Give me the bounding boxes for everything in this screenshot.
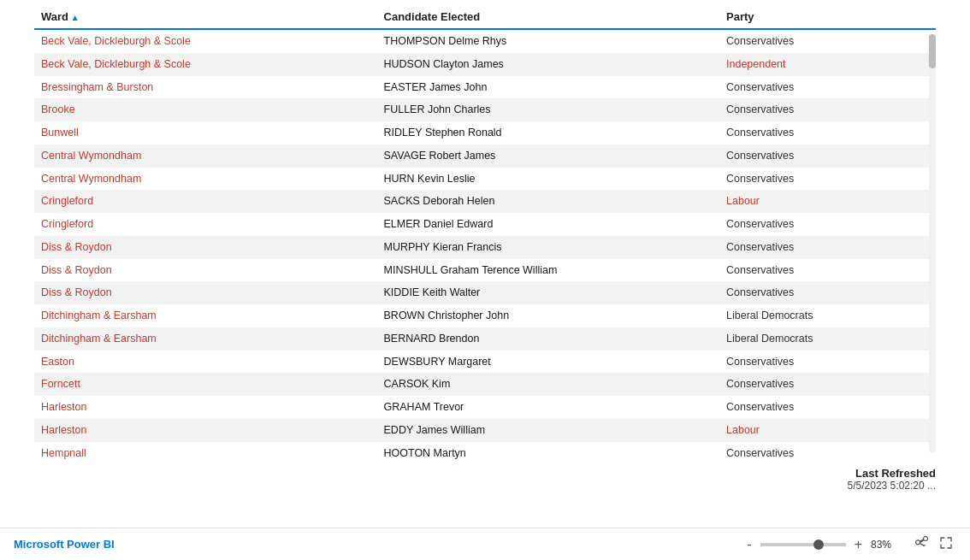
bottom-icons [912,533,956,557]
party-cell: Conservatives [719,213,936,236]
ward-cell: Diss & Roydon [34,236,377,259]
candidate-cell: SAVAGE Robert James [377,144,720,168]
candidate-cell: THOMPSON Delme Rhys [377,29,720,53]
table-row: ForncettCARSOK KimConservatives [34,373,936,396]
ward-cell: Beck Vale, Dickleburgh & Scole [34,53,377,76]
candidate-cell: EDDY James William [377,419,720,442]
candidate-cell: BERNARD Brendon [377,327,720,351]
party-cell: Conservatives [719,281,936,304]
scrollbar[interactable] [929,34,936,453]
ward-cell: Easton [34,351,377,374]
party-cell: Conservatives [719,29,936,53]
ward-cell: Cringleford [34,190,377,213]
party-cell: Conservatives [719,396,936,419]
party-cell: Conservatives [719,373,936,396]
candidate-column-header[interactable]: Candidate Elected [377,7,720,29]
table-row: Central WymondhamHURN Kevin LeslieConser… [34,168,936,191]
candidate-cell: KIDDIE Keith Walter [377,281,720,304]
table-row: CringlefordELMER Daniel EdwardConservati… [34,213,936,236]
party-cell: Independent [719,53,936,76]
candidate-cell: FULLER John Charles [377,98,720,121]
party-cell: Conservatives [719,259,936,282]
table-row: BrookeFULLER John CharlesConservatives [34,98,936,121]
table-row: Diss & RoydonMINSHULL Graham Terence Wil… [34,259,936,282]
candidate-cell: HUDSON Clayton James [377,53,720,76]
party-cell: Liberal Democrats [719,327,936,351]
party-cell: Conservatives [719,168,936,191]
ward-column-header[interactable]: Ward [34,7,377,29]
powerbi-link[interactable]: Microsoft Power BI [14,538,115,551]
fullscreen-icon-button[interactable] [936,533,956,557]
ward-cell: Hempnall [34,442,377,461]
zoom-control: - + 83% [743,537,898,552]
candidate-cell: MURPHY Kieran Francis [377,236,720,259]
ward-cell: Cringleford [34,213,377,236]
table-row: CringlefordSACKS Deborah HelenLabour [34,190,936,213]
party-cell: Conservatives [719,236,936,259]
table-container[interactable]: Ward Candidate Elected Party Beck Vale, … [34,7,936,460]
table-row: Ditchingham & EarshamBROWN Christopher J… [34,304,936,327]
candidate-cell: DEWSBURY Margaret [377,351,720,374]
zoom-percent: 83% [871,539,898,551]
party-cell: Labour [719,419,936,442]
zoom-plus-button[interactable]: + [851,537,866,552]
candidate-cell: HOOTON Martyn [377,442,720,461]
candidate-cell: CARSOK Kim [377,373,720,396]
ward-cell: Forncett [34,373,377,396]
table-row: HarlestonGRAHAM TrevorConservatives [34,396,936,419]
ward-cell: Diss & Roydon [34,281,377,304]
ward-cell: Brooke [34,98,377,121]
ward-cell: Harleston [34,396,377,419]
party-cell: Conservatives [719,351,936,374]
table-row: Beck Vale, Dickleburgh & ScoleTHOMPSON D… [34,29,936,53]
party-cell: Liberal Democrats [719,304,936,327]
main-content: Ward Candidate Elected Party Beck Vale, … [0,0,970,528]
party-cell: Conservatives [719,76,936,99]
zoom-thumb[interactable] [813,539,824,550]
ward-cell: Bressingham & Burston [34,76,377,99]
party-cell: Labour [719,190,936,213]
table-row: EastonDEWSBURY MargaretConservatives [34,351,936,374]
table-row: BunwellRIDLEY Stephen RonaldConservative… [34,121,936,144]
table-row: Beck Vale, Dickleburgh & ScoleHUDSON Cla… [34,53,936,76]
table-row: HarlestonEDDY James WilliamLabour [34,419,936,442]
party-column-header[interactable]: Party [719,7,936,29]
table-row: Diss & RoydonKIDDIE Keith WalterConserva… [34,281,936,304]
ward-cell: Ditchingham & Earsham [34,327,377,351]
party-cell: Conservatives [719,442,936,461]
results-table: Ward Candidate Elected Party Beck Vale, … [34,7,936,460]
table-row: Ditchingham & EarshamBERNARD BrendonLibe… [34,327,936,351]
last-refreshed-label: Last Refreshed [34,467,936,480]
candidate-cell: MINSHULL Graham Terence William [377,259,720,282]
candidate-cell: ELMER Daniel Edward [377,213,720,236]
table-row: HempnallHOOTON MartynConservatives [34,442,936,461]
zoom-minus-button[interactable]: - [743,537,754,552]
share-icon-button[interactable] [912,533,932,557]
ward-cell: Central Wymondham [34,168,377,191]
scrollbar-thumb[interactable] [929,34,936,68]
ward-cell: Diss & Roydon [34,259,377,282]
footer-area: Last Refreshed 5/5/2023 5:02:20 ... [0,460,970,498]
candidate-cell: SACKS Deborah Helen [377,190,720,213]
zoom-slider[interactable] [760,543,846,546]
party-cell: Conservatives [719,121,936,144]
refresh-date: 5/5/2023 5:02:20 ... [34,480,936,492]
candidate-cell: HURN Kevin Leslie [377,168,720,191]
candidate-cell: BROWN Christopher John [377,304,720,327]
party-cell: Conservatives [719,144,936,168]
ward-cell: Bunwell [34,121,377,144]
candidate-cell: EASTER James John [377,76,720,99]
zoom-track [760,543,846,546]
candidate-cell: RIDLEY Stephen Ronald [377,121,720,144]
ward-cell: Ditchingham & Earsham [34,304,377,327]
ward-cell: Beck Vale, Dickleburgh & Scole [34,29,377,53]
ward-cell: Harleston [34,419,377,442]
bottom-bar: Microsoft Power BI - + 83% [0,528,970,560]
table-row: Central WymondhamSAVAGE Robert JamesCons… [34,144,936,168]
candidate-cell: GRAHAM Trevor [377,396,720,419]
ward-cell: Central Wymondham [34,144,377,168]
table-row: Diss & RoydonMURPHY Kieran FrancisConser… [34,236,936,259]
table-row: Bressingham & BurstonEASTER James JohnCo… [34,76,936,99]
table-header-row: Ward Candidate Elected Party [34,7,936,29]
party-cell: Conservatives [719,98,936,121]
